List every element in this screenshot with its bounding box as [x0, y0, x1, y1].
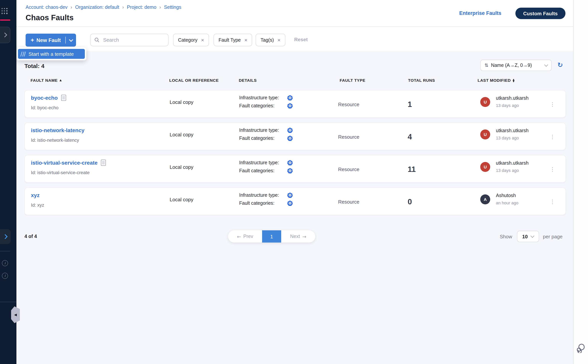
- sidebar-divider: [0, 251, 10, 251]
- close-icon[interactable]: ✕: [244, 38, 248, 42]
- sidebar-collapse-handle[interactable]: ◀: [11, 306, 20, 323]
- kebab-menu-button[interactable]: ⋮: [549, 156, 556, 183]
- chevron-down-icon: [544, 63, 548, 67]
- current-page-button[interactable]: 1: [262, 230, 281, 242]
- template-option-label: Start with a template: [28, 51, 74, 57]
- manifest-doc-icon[interactable]: [101, 160, 106, 166]
- template-icon: [21, 51, 26, 56]
- sort-updown-icon: ⇅: [484, 63, 488, 68]
- kubernetes-icon: ☸: [287, 95, 293, 100]
- close-icon[interactable]: ✕: [201, 38, 204, 42]
- fault-id: Id: xyz: [31, 202, 44, 208]
- filter-chip-category[interactable]: Category ✕: [173, 34, 209, 46]
- infrastructure-type-label: Infrastructure type:: [239, 193, 287, 198]
- modified-time: 13 days ago: [496, 136, 519, 140]
- user-name: utkarsh.utkarsh: [496, 128, 529, 133]
- fault-name-link[interactable]: istio-network-latency: [31, 127, 85, 133]
- fault-name: istio-virtual-service-create: [31, 160, 98, 166]
- sort-ascending-icon: ▲: [60, 79, 62, 82]
- fault-categories-label: Fault categories:: [239, 136, 287, 141]
- chevron-right-icon: [3, 234, 7, 239]
- total-count: Total: 4: [25, 63, 44, 69]
- column-header-fault-name[interactable]: FAULT NAME ▲: [31, 78, 62, 83]
- column-label: TOTAL RUNS: [408, 78, 435, 83]
- fault-row[interactable]: xyz Id: xyz Local copy Infrastructure ty…: [25, 188, 566, 215]
- sort-select[interactable]: ⇅ Name (A→Z, 0→9): [480, 60, 552, 71]
- infrastructure-type-label: Infrastructure type:: [239, 128, 287, 133]
- kebab-menu-button[interactable]: ⋮: [549, 188, 556, 215]
- breadcrumb-settings[interactable]: Settings: [164, 5, 181, 10]
- user-name: Ashutosh: [496, 193, 516, 198]
- chat-help-icon[interactable]: [576, 343, 586, 354]
- reset-filters-button[interactable]: Reset: [294, 37, 308, 42]
- kebab-menu-button[interactable]: ⋮: [549, 123, 556, 150]
- filter-chip-label: Category: [178, 37, 197, 43]
- pagination-summary: 4 of 4: [25, 234, 37, 239]
- arrow-right-icon: →: [302, 234, 306, 239]
- filter-chip-tags[interactable]: Tag(s) ✕: [256, 34, 285, 46]
- new-fault-button[interactable]: + New Fault: [26, 34, 76, 47]
- new-fault-label: New Fault: [37, 37, 61, 43]
- breadcrumb-separator: ›: [71, 5, 72, 10]
- filter-chip-label: Fault Type: [219, 37, 241, 43]
- fault-name: xyz: [31, 192, 39, 198]
- fault-details: Infrastructure type: ☸ Fault categories:…: [239, 128, 293, 141]
- fault-name: byoc-echo: [31, 95, 58, 101]
- search-input[interactable]: [102, 37, 161, 43]
- fault-row[interactable]: istio-virtual-service-create Id: istio-v…: [25, 155, 566, 182]
- local-or-reference: Local copy: [170, 91, 193, 113]
- fault-details: Infrastructure type: ☸ Fault categories:…: [239, 160, 293, 173]
- plus-icon: +: [31, 37, 34, 44]
- kubernetes-icon: ☸: [287, 160, 293, 165]
- column-header-last-modified[interactable]: LAST MODIFIED ▲▼: [477, 78, 515, 83]
- breadcrumb-account[interactable]: Account: chaos-dev: [26, 5, 68, 10]
- button-divider: [65, 37, 66, 44]
- refresh-button[interactable]: ↻: [557, 61, 563, 69]
- active-module-indicator: [0, 20, 10, 21]
- breadcrumb-separator: ›: [159, 5, 161, 10]
- info-glyph: i: [4, 274, 6, 278]
- page-size-select[interactable]: 10: [517, 231, 539, 242]
- custom-faults-button[interactable]: Custom Faults: [516, 8, 565, 19]
- fault-id: Id: istio-network-latency: [31, 137, 79, 143]
- local-or-reference: Local copy: [170, 188, 193, 211]
- fault-name-link[interactable]: byoc-echo: [31, 95, 66, 101]
- fault-details: Infrastructure type: ☸ Fault categories:…: [239, 95, 293, 109]
- sidebar-flyout-button[interactable]: [0, 27, 10, 43]
- total-runs-value: 11: [408, 156, 416, 183]
- filter-chip-fault-type[interactable]: Fault Type ✕: [214, 34, 252, 46]
- manifest-doc-icon[interactable]: [61, 95, 66, 101]
- chevron-down-icon[interactable]: [69, 37, 73, 42]
- collapse-arrow-icon: ◀: [14, 313, 17, 317]
- fault-row[interactable]: istio-network-latency Id: istio-network-…: [25, 123, 566, 150]
- sidebar-expand-button[interactable]: [0, 229, 11, 244]
- info-glyph: i: [4, 261, 6, 265]
- enterprise-faults-link[interactable]: Enterprise Faults: [459, 10, 502, 16]
- help-info-icon[interactable]: i: [2, 260, 8, 266]
- breadcrumb-project[interactable]: Project: demo: [127, 5, 156, 10]
- close-icon[interactable]: ✕: [277, 38, 281, 42]
- kubernetes-icon: ☸: [287, 201, 293, 206]
- start-with-template-option[interactable]: Start with a template: [18, 49, 85, 59]
- fault-categories-label: Fault categories:: [239, 103, 287, 109]
- next-page-button[interactable]: Next →: [281, 230, 315, 242]
- avatar: U: [480, 97, 490, 107]
- show-label: Show: [500, 234, 512, 240]
- modified-time: an hour ago: [496, 201, 518, 205]
- fault-row[interactable]: byoc-echo Id: byoc-echo Local copy Infra…: [25, 90, 566, 118]
- fault-name-link[interactable]: xyz: [31, 192, 39, 198]
- column-header-local-or-reference: LOCAL OR REFERENCE: [169, 78, 219, 83]
- right-panel-strip: [573, 0, 588, 364]
- app-launcher-icon[interactable]: [1, 8, 8, 14]
- total-runs-value: 0: [408, 188, 412, 215]
- search-icon: [94, 37, 99, 42]
- page-title: Chaos Faults: [26, 13, 73, 22]
- fault-name-link[interactable]: istio-virtual-service-create: [31, 160, 106, 166]
- prev-page-button[interactable]: ← Prev: [228, 230, 262, 242]
- column-label: LOCAL OR REFERENCE: [169, 78, 219, 83]
- kebab-menu-button[interactable]: ⋮: [549, 91, 556, 118]
- total-runs-value: 1: [408, 91, 412, 118]
- about-info-icon[interactable]: i: [2, 273, 8, 279]
- breadcrumb-organization[interactable]: Organization: default: [75, 5, 119, 10]
- infrastructure-type-label: Infrastructure type:: [239, 160, 287, 165]
